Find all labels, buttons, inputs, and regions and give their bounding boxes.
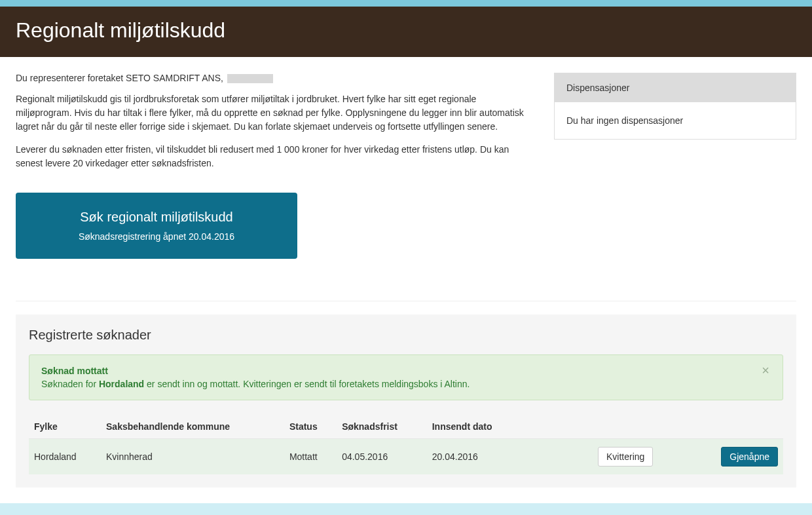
redacted-org-number: [227, 74, 273, 83]
content-wrap: Du representerer foretaket SETO SAMDRIFT…: [0, 57, 812, 275]
cell-frist: 04.05.2016: [337, 439, 427, 475]
page-title: Regionalt miljøtilskudd: [16, 18, 796, 43]
col-actions: [523, 415, 783, 439]
table-header-row: Fylke Saksbehandlende kommune Status Søk…: [29, 415, 783, 439]
section-divider: [16, 301, 796, 301]
top-accent-strip: [0, 0, 812, 7]
cell-innsendt: 20.04.2016: [427, 439, 523, 475]
cell-actions: Kvittering Gjenåpne: [523, 439, 783, 475]
alert-text-bold: Hordaland: [99, 379, 144, 389]
main-column: Du representerer foretaket SETO SAMDRIFT…: [16, 73, 533, 259]
registered-heading: Registrerte søknader: [29, 328, 783, 343]
represent-text: Du representerer foretaket SETO SAMDRIFT…: [16, 73, 223, 83]
intro-paragraph-2: Leverer du søknaden etter fristen, vil t…: [16, 143, 533, 170]
apply-button-subtitle: Søknadsregistrering åpnet 20.04.2016: [42, 231, 271, 242]
alert-text-post: er sendt inn og mottatt. Kvitteringen er…: [144, 379, 470, 389]
apply-button-title: Søk regionalt miljøtilskudd: [42, 210, 271, 225]
alert-text-pre: Søknaden for: [41, 379, 99, 389]
bottom-accent-strip: [0, 503, 812, 515]
dispensations-header: Dispensasjoner: [555, 73, 796, 102]
apply-button[interactable]: Søk regionalt miljøtilskudd Søknadsregis…: [16, 193, 297, 259]
table-row: Hordaland Kvinnherad Mottatt 04.05.2016 …: [29, 439, 783, 475]
col-kommune: Saksbehandlende kommune: [101, 415, 284, 439]
side-column: Dispensasjoner Du har ingen dispensasjon…: [554, 73, 796, 259]
col-frist: Søknadsfrist: [337, 415, 427, 439]
gjenapne-button[interactable]: Gjenåpne: [721, 447, 778, 467]
col-status: Status: [284, 415, 337, 439]
cell-kommune: Kvinnherad: [101, 439, 284, 475]
close-icon[interactable]: ×: [758, 363, 773, 377]
page-header: Regionalt miljøtilskudd: [0, 7, 812, 57]
intro-paragraph-1: Regionalt miljøtilskudd gis til jordbruk…: [16, 92, 533, 134]
col-innsendt: Innsendt dato: [427, 415, 523, 439]
cell-fylke: Hordaland: [29, 439, 101, 475]
cell-status: Mottatt: [284, 439, 337, 475]
alert-title: Søknad mottatt: [41, 366, 771, 376]
col-fylke: Fylke: [29, 415, 101, 439]
kvittering-button[interactable]: Kvittering: [598, 447, 653, 467]
success-alert: × Søknad mottatt Søknaden for Hordaland …: [29, 354, 783, 400]
applications-table: Fylke Saksbehandlende kommune Status Søk…: [29, 415, 783, 474]
registered-applications-section: Registrerte søknader × Søknad mottatt Sø…: [16, 315, 796, 487]
dispensations-body: Du har ingen dispensasjoner: [555, 102, 796, 139]
alert-body: Søknaden for Hordaland er sendt inn og m…: [41, 379, 771, 389]
dispensations-panel: Dispensasjoner Du har ingen dispensasjon…: [554, 73, 796, 140]
represent-line: Du representerer foretaket SETO SAMDRIFT…: [16, 73, 533, 83]
